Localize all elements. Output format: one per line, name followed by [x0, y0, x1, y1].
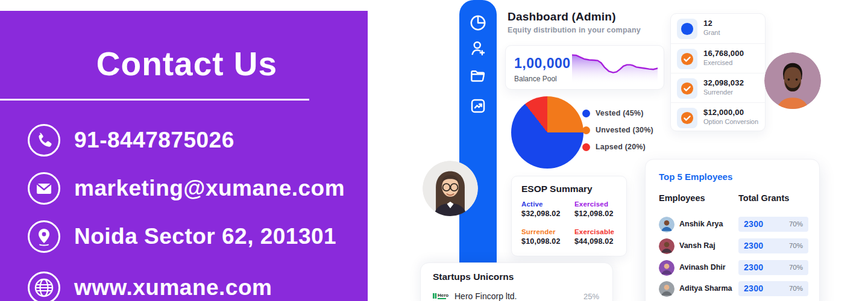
stats-card: 12 Grant 16,768,000 Exercised 32,098,032…	[670, 13, 766, 131]
col-header-employees: Employees	[659, 193, 705, 203]
add-user-icon[interactable]	[469, 39, 487, 57]
stat-row-exercised: 16,768,000 Exercised	[671, 43, 765, 73]
grants-percent: 70%	[789, 285, 803, 292]
email-icon	[27, 172, 61, 205]
address-row[interactable]: Noida Sector 62, 201301	[27, 220, 336, 253]
stat-value: 32,098,032	[703, 78, 744, 87]
stat-row-surrender: 32,098,032 Surrender	[671, 73, 765, 102]
top5-title: Top 5 Employees	[659, 172, 732, 182]
location-pin-icon	[27, 220, 61, 253]
esop-value: $44,098.02	[574, 237, 626, 246]
startups-unicorns-card: Startups Unicorns Hero Hero Fincorp ltd.…	[420, 262, 613, 301]
folder-icon[interactable]	[469, 67, 487, 85]
esop-value: $32,098.02	[521, 209, 573, 218]
esop-label: Exercisable	[574, 228, 626, 235]
startup-name: Hero Fincorp ltd.	[454, 291, 517, 301]
postal-address: Noida Sector 62, 201301	[74, 224, 336, 249]
employee-name: Aditya Sharma	[679, 284, 732, 293]
contact-panel: Contact Us 91-8447875026 marketing@xuman…	[0, 11, 368, 301]
grants-percent: 70%	[789, 264, 803, 271]
col-header-total-grants: Total Grants	[738, 193, 789, 203]
employee-name: Avinash Dhir	[679, 263, 726, 272]
stat-value: 12	[703, 19, 712, 28]
grants-value: 2300	[744, 262, 763, 272]
legend-label: Unvested (30%)	[596, 126, 653, 134]
esop-item-surrender: Surrender $10,098.02	[521, 228, 573, 246]
grant-dot-icon	[677, 19, 697, 39]
grants-percent: 70%	[789, 242, 803, 249]
employee-row[interactable]: Anshik Arya 2300 70%	[646, 215, 819, 235]
grants-value: 2300	[744, 284, 763, 293]
legend-item-unvested: Unvested (30%)	[582, 126, 653, 134]
startup-row[interactable]: Hero Hero Fincorp ltd. 25%	[421, 290, 612, 301]
balance-value: 1,00,000	[514, 55, 571, 72]
esop-label: Active	[521, 200, 573, 208]
employee-row[interactable]: Vansh Raj 2300 70%	[646, 237, 819, 257]
stat-label: Option Conversion	[703, 118, 758, 125]
banner: Contact Us 91-8447875026 marketing@xuman…	[0, 0, 868, 301]
legend-label: Vested (45%)	[596, 109, 644, 117]
hero-fincorp-logo: Hero	[433, 291, 451, 301]
email-row[interactable]: marketing@xumane.com	[27, 172, 345, 205]
dashboard-sidebar	[459, 0, 497, 263]
avatar	[659, 238, 675, 254]
legend-dot	[582, 110, 590, 117]
grants-value: 2300	[744, 241, 763, 250]
stat-value: $12,000,00	[703, 108, 744, 117]
startup-percent: 25%	[583, 292, 599, 301]
svg-text:Hero: Hero	[438, 293, 448, 298]
employee-name: Vansh Raj	[679, 241, 715, 250]
check-circle-icon	[677, 78, 697, 99]
stat-label: Surrender	[703, 88, 733, 96]
page-title: Contact Us	[60, 45, 313, 83]
globe-icon	[27, 271, 61, 301]
stat-value: 16,768,000	[703, 49, 744, 58]
pie-chart-icon[interactable]	[469, 14, 487, 32]
stat-row-grant: 12 Grant	[671, 14, 765, 43]
equity-pie-chart	[511, 96, 583, 169]
esop-label: Surrender	[521, 228, 573, 235]
stat-label: Grant	[703, 29, 720, 36]
esop-label: Exercised	[574, 200, 626, 208]
grants-percent: 70%	[789, 220, 803, 228]
grants-value: 2300	[744, 219, 763, 229]
legend-dot	[582, 143, 590, 151]
grants-pill: 2300 70%	[738, 260, 808, 275]
stat-label: Exercised	[703, 59, 732, 66]
balance-sparkline-chart	[572, 52, 658, 84]
legend-label: Lapsed (20%)	[596, 143, 646, 151]
website-url: www.xumane.com	[74, 275, 272, 300]
grants-pill: 2300 70%	[738, 281, 808, 296]
balance-label: Balance Pool	[514, 75, 557, 83]
esop-value: $10,098.02	[521, 237, 573, 246]
employee-name: Anshik Arya	[679, 220, 723, 228]
top5-employees-card: Top 5 Employees Employees Total Grants A…	[645, 159, 820, 301]
avatar	[659, 217, 675, 232]
employee-row[interactable]: Avinash Dhir 2300 70%	[646, 258, 819, 279]
grants-pill: 2300 70%	[738, 238, 808, 253]
esop-item-active: Active $32,098.02	[521, 200, 573, 218]
check-circle-icon	[677, 49, 697, 69]
startups-title: Startups Unicorns	[433, 272, 514, 282]
esop-title: ESOP Summary	[521, 184, 593, 194]
man-avatar-photo	[764, 52, 821, 109]
esop-value: $12,098.02	[574, 209, 626, 218]
check-circle-icon	[677, 108, 697, 128]
avatar	[659, 281, 675, 297]
esop-item-exercisable: Exercisable $44,098.02	[574, 228, 626, 246]
website-row[interactable]: www.xumane.com	[27, 271, 272, 301]
employee-row[interactable]: Aditya Sharma 2300 70%	[646, 279, 819, 300]
esop-item-exercised: Exercised $12,098.02	[574, 200, 626, 218]
avatar	[659, 260, 675, 276]
phone-icon	[27, 123, 61, 157]
phone-row[interactable]: 91-8447875026	[27, 123, 234, 157]
stat-row-option-conversion: $12,000,00 Option Conversion	[671, 102, 765, 132]
dashboard-subtitle: Equity distribution in your company	[508, 26, 641, 34]
phone-number: 91-8447875026	[74, 128, 234, 153]
email-address: marketing@xumane.com	[74, 176, 345, 201]
legend-dot	[582, 126, 590, 134]
trend-chart-icon[interactable]	[469, 97, 487, 115]
esop-summary-card: ESOP Summary Active $32,098.02 Exercised…	[511, 176, 627, 256]
balance-pool-card: 1,00,000 Balance Pool	[505, 45, 664, 90]
dashboard-title: Dashboard (Admin)	[508, 10, 616, 23]
